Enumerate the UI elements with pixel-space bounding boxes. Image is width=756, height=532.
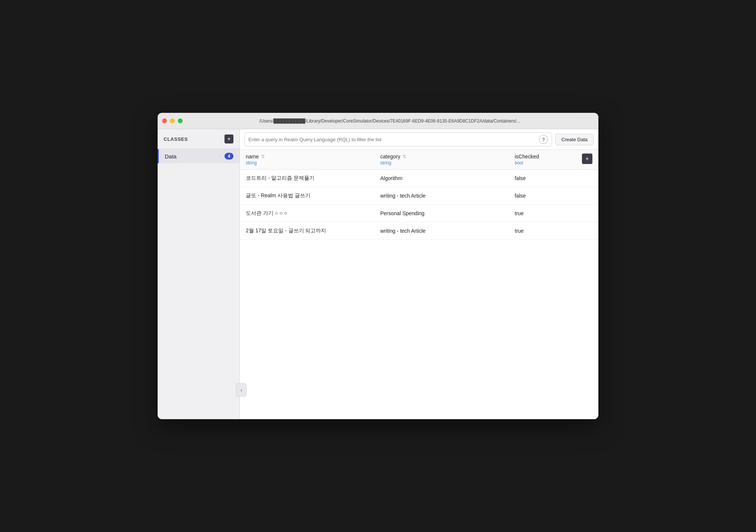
cell-category-2: Personal Spending xyxy=(374,205,509,222)
sidebar: CLASSES + Data 4 ‹ xyxy=(158,129,240,419)
chevron-left-icon: ‹ xyxy=(241,387,242,393)
table-row: 글또 - Realm 사용법 글쓰기 writing - tech Articl… xyxy=(240,187,598,205)
minimize-button[interactable] xyxy=(170,118,175,123)
cell-category-1: writing - tech Article xyxy=(374,187,509,205)
search-input[interactable] xyxy=(248,137,539,142)
col-header-name: name ⇅ string xyxy=(240,150,374,170)
col-header-ischecked: isChecked bool + xyxy=(509,150,598,170)
cell-category-0: Algorithm xyxy=(374,170,509,187)
cell-category-3: writing - tech Article xyxy=(374,222,509,240)
sidebar-item-badge: 4 xyxy=(224,153,233,160)
close-button[interactable] xyxy=(162,118,167,123)
create-data-button[interactable]: Create Data xyxy=(555,134,594,145)
col-type-category: string xyxy=(380,160,406,166)
table-row: 코드트리 - 알고리즘 문제풀기 Algorithm false xyxy=(240,170,598,187)
cell-ischecked-1: false xyxy=(509,187,598,205)
cell-name-3: 2월 17일 토요일 - 글쓰기 되고까지 xyxy=(240,222,374,240)
content-area: ? Create Data name xyxy=(240,129,598,419)
sort-icon-name: ⇅ xyxy=(261,154,265,159)
table-header-row: name ⇅ string xyxy=(240,150,598,170)
cell-ischecked-2: true xyxy=(509,205,598,222)
col-ischecked-label: isChecked xyxy=(515,154,539,160)
cell-ischecked-3: true xyxy=(509,222,598,240)
col-header-category: category ⇅ string xyxy=(374,150,509,170)
main-content: CLASSES + Data 4 ‹ ? Create Data xyxy=(158,129,598,419)
sidebar-items-list: Data 4 xyxy=(158,149,239,419)
sort-icon-category: ⇅ xyxy=(403,154,406,159)
cell-ischecked-0: false xyxy=(509,170,598,187)
col-category-label: category xyxy=(380,154,400,160)
table-row: 도서관 가기 ○ ○ ○ Personal Spending true xyxy=(240,205,598,222)
help-button[interactable]: ? xyxy=(539,135,548,144)
col-type-name: string xyxy=(246,160,265,166)
window-path: /Users/██████████/Library/Developer/Core… xyxy=(186,118,594,124)
add-column-button[interactable]: + xyxy=(582,154,592,164)
search-container[interactable]: ? xyxy=(244,132,552,146)
toolbar: ? Create Data xyxy=(240,129,598,150)
sidebar-item-data[interactable]: Data 4 xyxy=(158,149,239,163)
data-table-container: name ⇅ string xyxy=(240,150,598,419)
maximize-button[interactable] xyxy=(178,118,183,123)
table-body: 코드트리 - 알고리즘 문제풀기 Algorithm false 글또 - Re… xyxy=(240,170,598,240)
table-row: 2월 17일 토요일 - 글쓰기 되고까지 writing - tech Art… xyxy=(240,222,598,240)
cell-name-2: 도서관 가기 ○ ○ ○ xyxy=(240,205,374,222)
classes-title: CLASSES xyxy=(164,136,188,142)
cell-name-1: 글또 - Realm 사용법 글쓰기 xyxy=(240,187,374,205)
collapse-sidebar-button[interactable]: ‹ xyxy=(236,383,247,397)
col-name-label: name xyxy=(246,154,259,160)
data-table: name ⇅ string xyxy=(240,150,598,240)
sidebar-header: CLASSES + xyxy=(158,129,239,149)
traffic-lights xyxy=(162,118,183,123)
sidebar-item-label: Data xyxy=(165,153,177,160)
add-class-button[interactable]: + xyxy=(224,134,233,143)
col-type-ischecked: bool xyxy=(515,160,539,166)
cell-name-0: 코드트리 - 알고리즘 문제풀기 xyxy=(240,170,374,187)
title-bar: /Users/██████████/Library/Developer/Core… xyxy=(158,113,598,129)
